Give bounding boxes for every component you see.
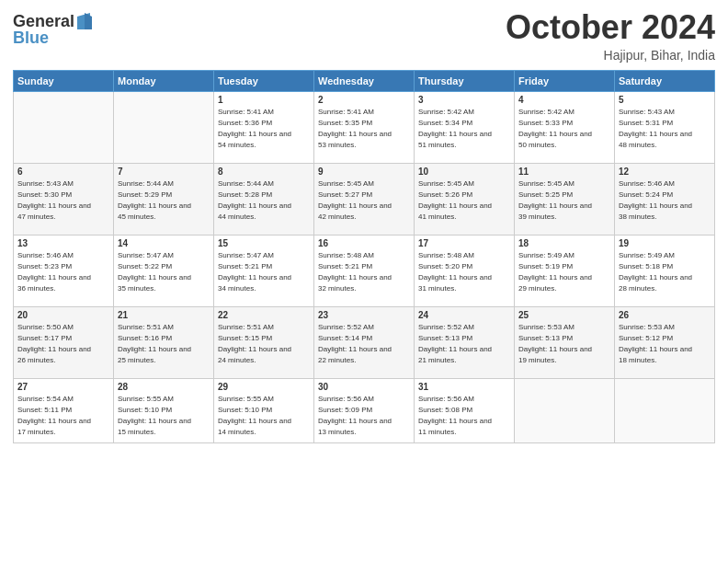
calendar-cell: 4Sunrise: 5:42 AM Sunset: 5:33 PM Daylig…: [515, 91, 615, 163]
day-number: 4: [518, 95, 610, 105]
day-info: Sunrise: 5:41 AM Sunset: 5:36 PM Dayligh…: [218, 107, 310, 151]
day-header-sunday: Sunday: [14, 70, 114, 91]
logo-text-blue: Blue: [13, 29, 49, 48]
day-number: 25: [518, 310, 610, 320]
week-row-5: 27Sunrise: 5:54 AM Sunset: 5:11 PM Dayli…: [14, 378, 715, 442]
calendar-cell: 20Sunrise: 5:50 AM Sunset: 5:17 PM Dayli…: [14, 306, 114, 378]
calendar-cell: 1Sunrise: 5:41 AM Sunset: 5:36 PM Daylig…: [214, 91, 314, 163]
calendar-cell: 8Sunrise: 5:44 AM Sunset: 5:28 PM Daylig…: [214, 163, 314, 235]
calendar-cell: 9Sunrise: 5:45 AM Sunset: 5:27 PM Daylig…: [314, 163, 415, 235]
day-info: Sunrise: 5:46 AM Sunset: 5:23 PM Dayligh…: [17, 250, 109, 294]
calendar-cell: 16Sunrise: 5:48 AM Sunset: 5:21 PM Dayli…: [314, 235, 415, 306]
week-row-1: 1Sunrise: 5:41 AM Sunset: 5:36 PM Daylig…: [14, 91, 715, 163]
day-number: 11: [518, 167, 610, 177]
day-number: 12: [619, 167, 711, 177]
week-row-3: 13Sunrise: 5:46 AM Sunset: 5:23 PM Dayli…: [14, 235, 715, 306]
day-number: 10: [418, 167, 510, 177]
day-info: Sunrise: 5:44 AM Sunset: 5:28 PM Dayligh…: [218, 178, 310, 223]
page-container: General Blue October 2024 Hajipur, Bihar…: [0, 0, 728, 563]
calendar-cell: [14, 91, 114, 163]
calendar-cell: 24Sunrise: 5:52 AM Sunset: 5:13 PM Dayli…: [415, 306, 515, 378]
month-title: October 2024: [506, 9, 715, 46]
day-number: 3: [418, 95, 510, 105]
calendar-cell: 29Sunrise: 5:55 AM Sunset: 5:10 PM Dayli…: [214, 378, 314, 442]
header: General Blue October 2024 Hajipur, Bihar…: [13, 9, 715, 63]
calendar-cell: 26Sunrise: 5:53 AM Sunset: 5:12 PM Dayli…: [615, 306, 715, 378]
day-number: 9: [318, 167, 410, 177]
day-number: 26: [619, 310, 711, 320]
day-number: 23: [318, 310, 410, 320]
calendar-table: SundayMondayTuesdayWednesdayThursdayFrid…: [13, 70, 715, 443]
logo-icon: [75, 11, 92, 31]
day-number: 29: [218, 382, 310, 392]
calendar-cell: 17Sunrise: 5:48 AM Sunset: 5:20 PM Dayli…: [415, 235, 515, 306]
day-info: Sunrise: 5:56 AM Sunset: 5:08 PM Dayligh…: [418, 394, 510, 438]
day-info: Sunrise: 5:47 AM Sunset: 5:22 PM Dayligh…: [118, 250, 210, 294]
day-number: 16: [318, 238, 410, 248]
calendar-cell: 3Sunrise: 5:42 AM Sunset: 5:34 PM Daylig…: [415, 91, 515, 163]
day-number: 19: [619, 238, 711, 248]
week-row-4: 20Sunrise: 5:50 AM Sunset: 5:17 PM Dayli…: [14, 306, 715, 378]
calendar-cell: 7Sunrise: 5:44 AM Sunset: 5:29 PM Daylig…: [114, 163, 214, 235]
day-header-saturday: Saturday: [615, 70, 715, 91]
day-number: 6: [17, 167, 109, 177]
day-number: 21: [118, 310, 210, 320]
day-number: 27: [17, 382, 109, 392]
calendar-cell: 23Sunrise: 5:52 AM Sunset: 5:14 PM Dayli…: [314, 306, 415, 378]
day-info: Sunrise: 5:55 AM Sunset: 5:10 PM Dayligh…: [218, 394, 310, 438]
day-info: Sunrise: 5:43 AM Sunset: 5:31 PM Dayligh…: [619, 107, 711, 151]
day-number: 13: [17, 238, 109, 248]
day-header-tuesday: Tuesday: [214, 70, 314, 91]
day-number: 24: [418, 310, 510, 320]
day-info: Sunrise: 5:45 AM Sunset: 5:25 PM Dayligh…: [518, 178, 610, 223]
day-number: 2: [318, 95, 410, 105]
day-number: 18: [518, 238, 610, 248]
calendar-cell: 22Sunrise: 5:51 AM Sunset: 5:15 PM Dayli…: [214, 306, 314, 378]
day-info: Sunrise: 5:46 AM Sunset: 5:24 PM Dayligh…: [619, 178, 711, 223]
calendar-cell: 30Sunrise: 5:56 AM Sunset: 5:09 PM Dayli…: [314, 378, 415, 442]
calendar-cell: 21Sunrise: 5:51 AM Sunset: 5:16 PM Dayli…: [114, 306, 214, 378]
day-info: Sunrise: 5:45 AM Sunset: 5:27 PM Dayligh…: [318, 178, 410, 223]
calendar-cell: 18Sunrise: 5:49 AM Sunset: 5:19 PM Dayli…: [515, 235, 615, 306]
day-info: Sunrise: 5:51 AM Sunset: 5:15 PM Dayligh…: [218, 322, 310, 366]
calendar-cell: [515, 378, 615, 442]
day-info: Sunrise: 5:42 AM Sunset: 5:33 PM Dayligh…: [518, 107, 610, 151]
calendar-cell: [114, 91, 214, 163]
calendar-cell: 2Sunrise: 5:41 AM Sunset: 5:35 PM Daylig…: [314, 91, 415, 163]
calendar-cell: 5Sunrise: 5:43 AM Sunset: 5:31 PM Daylig…: [615, 91, 715, 163]
calendar-cell: 28Sunrise: 5:55 AM Sunset: 5:10 PM Dayli…: [114, 378, 214, 442]
day-info: Sunrise: 5:48 AM Sunset: 5:21 PM Dayligh…: [318, 250, 410, 294]
day-info: Sunrise: 5:44 AM Sunset: 5:29 PM Dayligh…: [118, 178, 210, 223]
day-info: Sunrise: 5:53 AM Sunset: 5:12 PM Dayligh…: [619, 322, 711, 366]
calendar-cell: 13Sunrise: 5:46 AM Sunset: 5:23 PM Dayli…: [14, 235, 114, 306]
calendar-cell: 10Sunrise: 5:45 AM Sunset: 5:26 PM Dayli…: [415, 163, 515, 235]
day-info: Sunrise: 5:50 AM Sunset: 5:17 PM Dayligh…: [17, 322, 109, 366]
day-info: Sunrise: 5:54 AM Sunset: 5:11 PM Dayligh…: [17, 394, 109, 438]
day-info: Sunrise: 5:45 AM Sunset: 5:26 PM Dayligh…: [418, 178, 510, 223]
calendar-cell: 14Sunrise: 5:47 AM Sunset: 5:22 PM Dayli…: [114, 235, 214, 306]
day-info: Sunrise: 5:47 AM Sunset: 5:21 PM Dayligh…: [218, 250, 310, 294]
logo: General Blue: [13, 13, 92, 48]
day-header-thursday: Thursday: [415, 70, 515, 91]
day-info: Sunrise: 5:56 AM Sunset: 5:09 PM Dayligh…: [318, 394, 410, 438]
calendar-cell: 15Sunrise: 5:47 AM Sunset: 5:21 PM Dayli…: [214, 235, 314, 306]
calendar-cell: 19Sunrise: 5:49 AM Sunset: 5:18 PM Dayli…: [615, 235, 715, 306]
day-number: 8: [218, 167, 310, 177]
header-row: SundayMondayTuesdayWednesdayThursdayFrid…: [14, 70, 715, 91]
day-header-friday: Friday: [515, 70, 615, 91]
day-info: Sunrise: 5:49 AM Sunset: 5:18 PM Dayligh…: [619, 250, 711, 294]
svg-marker-1: [85, 13, 92, 29]
day-number: 28: [118, 382, 210, 392]
day-number: 1: [218, 95, 310, 105]
day-info: Sunrise: 5:53 AM Sunset: 5:13 PM Dayligh…: [518, 322, 610, 366]
calendar-cell: 27Sunrise: 5:54 AM Sunset: 5:11 PM Dayli…: [14, 378, 114, 442]
day-info: Sunrise: 5:41 AM Sunset: 5:35 PM Dayligh…: [318, 107, 410, 151]
day-header-wednesday: Wednesday: [314, 70, 415, 91]
day-info: Sunrise: 5:51 AM Sunset: 5:16 PM Dayligh…: [118, 322, 210, 366]
day-number: 31: [418, 382, 510, 392]
day-header-monday: Monday: [114, 70, 214, 91]
calendar-cell: 25Sunrise: 5:53 AM Sunset: 5:13 PM Dayli…: [515, 306, 615, 378]
week-row-2: 6Sunrise: 5:43 AM Sunset: 5:30 PM Daylig…: [14, 163, 715, 235]
day-number: 20: [17, 310, 109, 320]
title-block: October 2024 Hajipur, Bihar, India: [506, 9, 715, 63]
